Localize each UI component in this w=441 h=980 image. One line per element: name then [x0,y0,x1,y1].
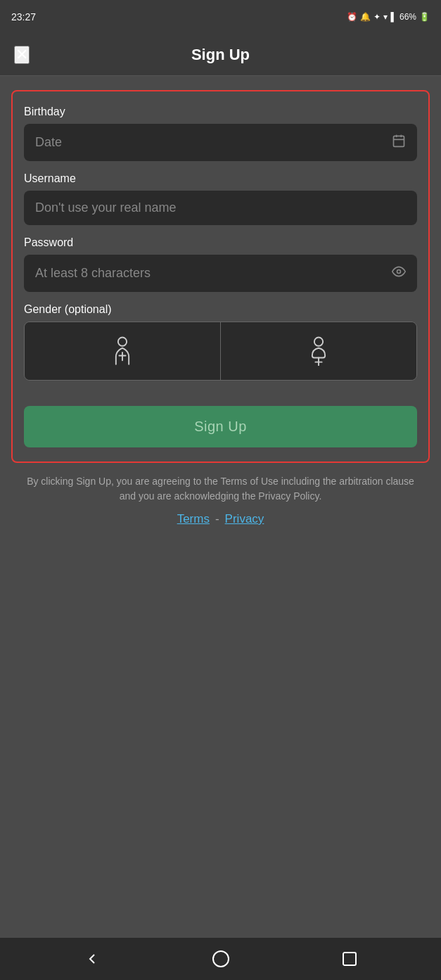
female-person-icon [307,336,330,366]
gender-container [24,322,417,381]
username-input[interactable] [35,201,406,215]
page-title: Sign Up [191,46,250,64]
status-icons: ⏰ 🔔 ✦ ▾ ▌ 66% 🔋 [347,12,430,22]
gender-male-button[interactable] [25,322,221,380]
back-button[interactable] [84,950,101,967]
legal-text: By clicking Sign Up, you are agreeing to… [23,474,418,504]
battery-icon: 🔋 [419,12,430,22]
main-content: Birthday Username [0,76,441,727]
gender-field-group: Gender (optional) [24,303,417,381]
gender-female-button[interactable] [221,322,416,380]
battery-level: 66% [400,12,416,22]
male-person-icon [111,336,134,366]
alarm-icon: ⏰ [347,12,357,22]
birthday-field-group: Birthday [24,106,417,161]
legal-links: Terms - Privacy [23,512,418,526]
terms-link[interactable]: Terms [177,512,210,526]
birthday-input-wrapper[interactable] [24,124,417,161]
recents-button[interactable] [342,951,357,967]
notifications-icon: 🔔 [360,12,371,22]
username-field-group: Username [24,172,417,225]
legal-section: By clicking Sign Up, you are agreeing to… [11,463,430,526]
svg-point-5 [118,338,127,346]
close-button[interactable]: ✕ [14,46,30,64]
svg-rect-8 [343,953,356,965]
password-input-wrapper[interactable] [24,255,417,292]
calendar-icon [392,134,406,151]
svg-point-7 [213,951,229,967]
svg-point-6 [314,338,323,346]
status-time: 23:27 [11,11,36,23]
birthday-input[interactable] [35,135,392,150]
username-label: Username [24,172,417,185]
gender-label: Gender (optional) [24,303,417,316]
legal-separator: - [215,512,219,526]
wifi-icon: ▾ [383,12,388,22]
svg-rect-0 [394,136,404,146]
nav-bar [0,938,441,980]
password-label: Password [24,236,417,249]
eye-icon[interactable] [392,265,406,282]
username-input-wrapper[interactable] [24,191,417,225]
svg-point-4 [397,270,401,274]
birthday-label: Birthday [24,106,417,118]
status-bar: 23:27 ⏰ 🔔 ✦ ▾ ▌ 66% 🔋 [0,0,441,34]
password-input[interactable] [35,266,392,281]
privacy-link[interactable]: Privacy [225,512,264,526]
signup-button[interactable]: Sign Up [24,406,417,447]
bluetooth-icon: ✦ [373,12,381,22]
signal-icon: ▌ [390,12,397,22]
password-field-group: Password [24,236,417,292]
header: ✕ Sign Up [0,34,441,76]
bottom-spacer [0,727,441,938]
signup-form: Birthday Username [11,90,430,463]
home-button[interactable] [212,950,230,968]
